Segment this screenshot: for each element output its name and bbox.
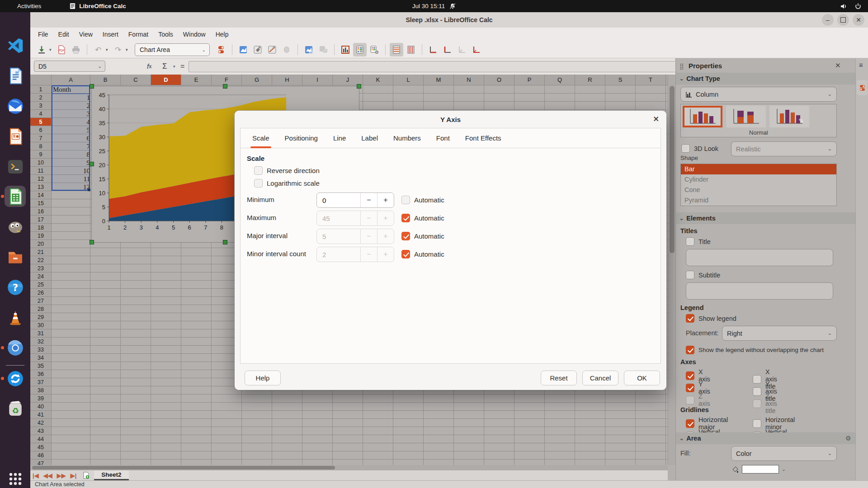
menu-window[interactable]: Window bbox=[178, 28, 211, 42]
redo-caret[interactable]: ▾ bbox=[126, 47, 130, 52]
threed-look-checkbox[interactable]: 3D Look bbox=[681, 144, 718, 153]
section-area[interactable]: ⌄Area ⚙ bbox=[676, 432, 856, 444]
reverse-direction-checkbox[interactable]: Reverse direction bbox=[254, 166, 320, 175]
window-title-bar[interactable]: Sleep .xlsx - LibreOffice Calc – ✕ bbox=[30, 12, 868, 28]
menu-insert[interactable]: Insert bbox=[98, 28, 123, 42]
dock-files-icon[interactable] bbox=[5, 246, 26, 267]
spin-value[interactable]: 0 bbox=[317, 197, 360, 204]
minor-interval-count-automatic-checkbox[interactable]: Automatic bbox=[401, 250, 444, 258]
export-chart-icon[interactable] bbox=[35, 43, 48, 56]
selected-chart-element-select[interactable]: Chart Area⌄ bbox=[135, 43, 210, 56]
checkbox-box[interactable] bbox=[254, 179, 263, 188]
dialog-tab-font[interactable]: Font bbox=[436, 128, 450, 148]
row-header-22[interactable]: 22 bbox=[30, 256, 52, 264]
dock-help-icon[interactable]: ? bbox=[5, 277, 26, 298]
redo-icon[interactable]: ↷ bbox=[111, 43, 125, 56]
checkbox-box[interactable] bbox=[401, 250, 410, 258]
legend-overlap-checkbox-box[interactable] bbox=[686, 346, 694, 354]
checkbox-box[interactable] bbox=[254, 166, 263, 175]
logarithmic-scale-checkbox[interactable]: Logarithmic scale bbox=[254, 179, 320, 188]
column-header-B[interactable]: B bbox=[90, 75, 121, 85]
row-header-5[interactable]: 5 bbox=[30, 118, 52, 126]
row-header-1[interactable]: 1 bbox=[30, 85, 52, 94]
row-header-10[interactable]: 10 bbox=[30, 159, 52, 167]
export-pdf-icon[interactable]: PDF bbox=[55, 43, 68, 56]
row-header-6[interactable]: 6 bbox=[30, 126, 52, 134]
chart-type-select[interactable]: Column⌄ bbox=[680, 87, 837, 102]
line-style-icon[interactable] bbox=[265, 43, 279, 56]
row-header-33[interactable]: 33 bbox=[30, 346, 52, 354]
dock-vscode-icon[interactable] bbox=[5, 35, 26, 56]
z-axis-icon[interactable] bbox=[455, 43, 469, 56]
row-header-38[interactable]: 38 bbox=[30, 386, 52, 394]
column-header-R[interactable]: R bbox=[575, 75, 605, 85]
minimum-automatic-checkbox[interactable]: Automatic bbox=[401, 196, 444, 204]
dock-gimp-icon[interactable] bbox=[5, 216, 26, 237]
legend-overlap-checkbox[interactable]: Show the legend without overlapping the … bbox=[686, 346, 824, 354]
column-header-P[interactable]: P bbox=[514, 75, 545, 85]
menu-edit[interactable]: Edit bbox=[53, 28, 74, 42]
legend-placement-select[interactable]: Right⌄ bbox=[722, 326, 837, 341]
last-sheet-icon[interactable]: ▶| bbox=[71, 472, 77, 479]
dock-terminal-icon[interactable] bbox=[5, 156, 26, 177]
shape-item-cylinder[interactable]: Cylinder bbox=[681, 174, 836, 185]
undo-icon[interactable]: ↶ bbox=[91, 43, 105, 56]
subtitle-input[interactable] bbox=[686, 282, 833, 300]
horizontal-grids-icon[interactable] bbox=[390, 43, 403, 56]
horizontal-scrollbar-thumb[interactable] bbox=[32, 466, 335, 469]
row-header-24[interactable]: 24 bbox=[30, 272, 52, 281]
next-sheet-icon[interactable]: ▶▶ bbox=[57, 472, 66, 479]
row-header-31[interactable]: 31 bbox=[30, 329, 52, 338]
3d-view-icon[interactable] bbox=[280, 43, 293, 56]
all-axes-icon[interactable] bbox=[470, 43, 483, 56]
dialog-title-bar[interactable]: Y Axis ✕ bbox=[235, 111, 666, 128]
row-header-23[interactable]: 23 bbox=[30, 264, 52, 272]
column-header-S[interactable]: S bbox=[605, 75, 636, 85]
undo-caret[interactable]: ▾ bbox=[106, 47, 110, 52]
show-legend-checkbox[interactable]: Show legend bbox=[686, 314, 736, 323]
column-header-E[interactable]: E bbox=[181, 75, 212, 85]
column-header-M[interactable]: M bbox=[424, 75, 454, 85]
column-header-Q[interactable]: Q bbox=[545, 75, 575, 85]
sidebar-close-icon[interactable]: ✕ bbox=[835, 61, 841, 70]
column-header-N[interactable]: N bbox=[454, 75, 484, 85]
shape-item-bar[interactable]: Bar bbox=[681, 164, 836, 174]
row-header-7[interactable]: 7 bbox=[30, 134, 52, 142]
subtitle-checkbox[interactable]: Subtitle bbox=[686, 271, 720, 279]
row-header-29[interactable]: 29 bbox=[30, 313, 52, 321]
threed-look-checkbox-box[interactable] bbox=[681, 144, 690, 153]
activities-button[interactable]: Activities bbox=[17, 3, 41, 9]
legend-toggle-icon[interactable] bbox=[353, 43, 367, 56]
minimum-spinbox[interactable]: 0−+ bbox=[316, 192, 394, 208]
row-header-15[interactable]: 15 bbox=[30, 199, 52, 207]
checkbox-box[interactable] bbox=[686, 384, 694, 392]
fill-type-select[interactable]: Color⌄ bbox=[731, 446, 837, 461]
x-axis-icon[interactable] bbox=[426, 43, 440, 56]
menu-tools[interactable]: Tools bbox=[153, 28, 178, 42]
sidebar-properties-deck-icon[interactable] bbox=[857, 80, 868, 95]
formula-input[interactable] bbox=[189, 61, 693, 72]
row-header-4[interactable]: 4 bbox=[30, 110, 52, 118]
column-header-D[interactable]: D bbox=[151, 75, 181, 85]
section-chart-type[interactable]: ⌄Chart Type bbox=[676, 73, 856, 84]
row-header-35[interactable]: 35 bbox=[30, 362, 52, 370]
row-header-13[interactable]: 13 bbox=[30, 183, 52, 191]
checkbox-box[interactable] bbox=[401, 214, 410, 222]
row-header-42[interactable]: 42 bbox=[30, 419, 52, 427]
row-header-36[interactable]: 36 bbox=[30, 370, 52, 378]
column-header-I[interactable]: I bbox=[302, 75, 333, 85]
row-header-47[interactable]: 47 bbox=[30, 460, 52, 465]
subtype-normal[interactable] bbox=[683, 106, 722, 127]
row-header-43[interactable]: 43 bbox=[30, 427, 52, 435]
maximum-automatic-checkbox[interactable]: Automatic bbox=[401, 214, 444, 222]
sum-icon[interactable]: Σ bbox=[162, 61, 167, 72]
column-header-K[interactable]: K bbox=[363, 75, 393, 85]
subtitle-checkbox-box[interactable] bbox=[686, 271, 694, 279]
row-header-39[interactable]: 39 bbox=[30, 394, 52, 403]
row-header-44[interactable]: 44 bbox=[30, 435, 52, 443]
sum-caret[interactable]: ▾ bbox=[173, 61, 175, 72]
row-header-21[interactable]: 21 bbox=[30, 248, 52, 256]
row-header-20[interactable]: 20 bbox=[30, 240, 52, 248]
reset-button[interactable]: Reset bbox=[541, 371, 577, 385]
column-header-O[interactable]: O bbox=[484, 75, 514, 85]
